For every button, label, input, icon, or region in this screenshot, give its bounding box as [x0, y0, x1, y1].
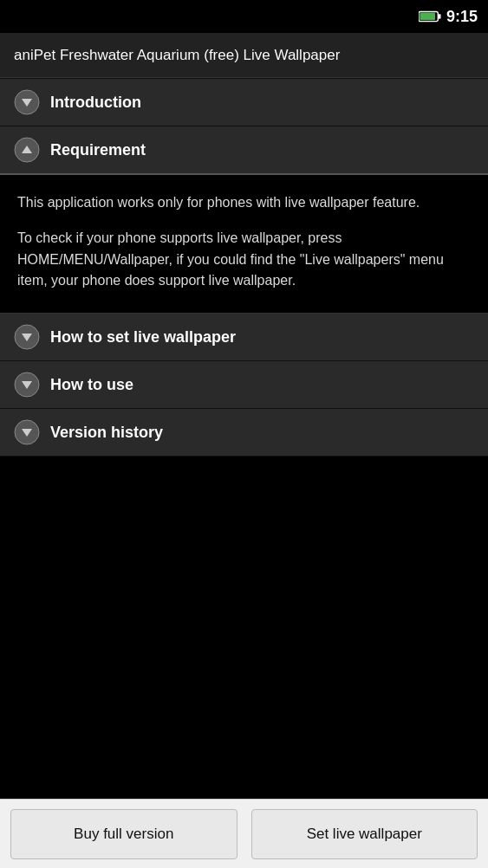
how-to-set-label: How to set live wallpaper	[50, 328, 236, 347]
battery-icon	[419, 10, 441, 23]
status-bar-left	[10, 7, 29, 26]
version-history-label: Version history	[50, 424, 163, 442]
main-content: Introduction Requirement This applicatio…	[0, 78, 488, 457]
svg-rect-1	[420, 13, 435, 20]
how-to-use-section-row[interactable]: How to use	[0, 361, 488, 409]
search-icon	[10, 7, 29, 26]
signal-icon	[398, 7, 413, 26]
bottom-sections: How to set live wallpaper How to use Ver…	[0, 314, 488, 457]
status-bar: 9:15	[0, 0, 488, 33]
requirement-chevron-icon	[14, 137, 40, 163]
title-bar: aniPet Freshwater Aquarium (free) Live W…	[0, 33, 488, 78]
version-history-section-row[interactable]: Version history	[0, 409, 488, 457]
wifi-icon	[374, 7, 393, 26]
introduction-label: Introduction	[50, 94, 141, 112]
how-to-use-chevron-icon	[14, 372, 40, 398]
how-to-use-label: How to use	[50, 376, 133, 394]
set-live-wallpaper-button[interactable]: Set live wallpaper	[251, 809, 478, 859]
svg-rect-2	[439, 14, 441, 19]
description-area: This application works only for phones w…	[0, 175, 488, 314]
introduction-chevron-icon	[14, 89, 40, 115]
description-text: This application works only for phones w…	[17, 192, 471, 292]
app-title: aniPet Freshwater Aquarium (free) Live W…	[14, 47, 340, 64]
footer-buttons: Buy full version Set live wallpaper	[0, 799, 488, 868]
buy-full-version-button[interactable]: Buy full version	[10, 809, 237, 859]
how-to-set-chevron-icon	[14, 324, 40, 350]
version-history-chevron-icon	[14, 419, 40, 445]
status-bar-right: 9:15	[374, 7, 478, 26]
introduction-section-row[interactable]: Introduction	[0, 78, 488, 126]
how-to-set-section-row[interactable]: How to set live wallpaper	[0, 314, 488, 361]
status-time: 9:15	[446, 8, 478, 26]
description-paragraph-2: To check if your phone supports live wal…	[17, 228, 471, 292]
requirement-section-row[interactable]: Requirement	[0, 126, 488, 175]
description-paragraph-1: This application works only for phones w…	[17, 192, 471, 214]
requirement-label: Requirement	[50, 141, 146, 159]
